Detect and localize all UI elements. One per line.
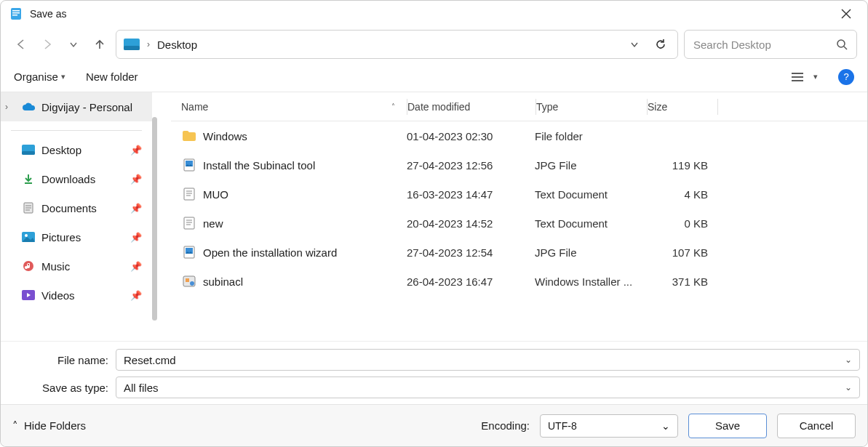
divider [11,130,142,131]
column-name[interactable]: Name˄ [181,101,407,113]
file-name: MUO [203,188,407,201]
file-type: File folder [535,130,645,142]
forward-button[interactable] [37,34,57,55]
view-mode-button[interactable] [790,71,805,83]
address-bar[interactable]: › Desktop [116,30,678,59]
desktop-icon [21,145,36,155]
refresh-button[interactable] [651,38,670,51]
search-icon [836,39,848,50]
file-size: 119 KB [645,159,715,172]
chevron-down-icon[interactable]: ⌄ [661,420,670,432]
encoding-value: UTF-8 [548,420,661,432]
chevron-down-icon[interactable]: ⌄ [845,355,852,365]
music-icon [21,260,36,272]
up-button[interactable] [89,34,110,55]
address-dropdown[interactable] [625,39,644,49]
recent-dropdown[interactable] [63,34,84,55]
breadcrumb-location: Desktop [157,39,618,51]
file-size: 0 KB [645,217,715,230]
sidebar-item-label: Desktop [41,144,81,156]
svg-rect-37 [186,278,189,282]
new-folder-label: New folder [86,71,138,83]
file-date: 27-04-2023 12:56 [407,159,535,172]
back-button[interactable] [11,34,31,55]
encoding-select[interactable]: UTF-8 ⌄ [540,414,678,438]
svg-rect-3 [12,15,17,16]
sidebar-item-music[interactable]: Music 📌 [1,251,152,281]
sidebar-item-label: Documents [41,202,97,214]
svg-rect-30 [184,217,194,229]
column-size[interactable]: Size [648,101,717,113]
help-button[interactable]: ? [838,69,854,85]
notepad-icon [9,7,23,20]
column-date[interactable]: Date modified [407,101,535,113]
sidebar-item-desktop[interactable]: Desktop 📌 [1,135,152,164]
file-icon [181,188,197,201]
svg-rect-7 [124,46,140,50]
file-row[interactable]: Windows01-04-2023 02:30File folder [171,121,867,150]
close-button[interactable] [834,4,859,23]
file-name: Install the Subinacl tool [203,159,407,172]
search-box[interactable] [684,30,857,59]
save-button[interactable]: Save [688,414,767,438]
file-type: Text Document [535,188,645,201]
savetype-label: Save as type: [8,382,116,394]
sort-caret-icon: ˄ [391,102,395,110]
svg-rect-26 [184,188,194,200]
savetype-value: All files [124,382,845,394]
file-row[interactable]: MUO16-03-2023 14:47Text Document4 KB [171,180,867,209]
svg-point-38 [190,281,194,286]
column-type[interactable]: Type [536,101,647,113]
pin-icon: 📌 [130,174,142,185]
scrollbar[interactable] [152,117,157,321]
sidebar-item-label: Downloads [41,173,95,185]
chevron-right-icon: › [5,102,15,112]
file-row[interactable]: subinacl26-04-2023 16:47Windows Installe… [171,267,867,296]
file-row[interactable]: Open the installation wizard27-04-2023 1… [171,238,867,267]
svg-rect-2 [12,12,20,14]
sidebar-item-label: Videos [41,289,75,302]
save-form: File name: Reset.cmd ⌄ Save as type: All… [1,341,867,404]
file-name: subinacl [203,275,407,288]
pin-icon: 📌 [130,232,142,243]
file-list-area: Name˄ Date modified Type Size Windows01-… [152,92,867,341]
sidebar-item-downloads[interactable]: Downloads 📌 [1,164,152,193]
sidebar-item-documents[interactable]: Documents 📌 [1,193,152,222]
dialog-footer: ˄ Hide Folders Encoding: UTF-8 ⌄ Save Ca… [1,404,867,446]
sidebar-item-videos[interactable]: Videos 📌 [1,281,152,310]
file-icon [181,158,197,172]
file-date: 20-04-2023 14:52 [407,217,535,230]
chevron-down-icon[interactable]: ⌄ [845,382,852,392]
svg-rect-14 [22,151,35,155]
file-icon [181,275,197,287]
organise-menu[interactable]: Organise ▾ [14,71,65,83]
chevron-right-icon: › [147,39,150,49]
encoding-label: Encoding: [481,419,530,432]
file-date: 01-04-2023 02:30 [407,130,535,142]
filename-input[interactable]: Reset.cmd ⌄ [116,349,860,371]
file-type: JPG File [535,159,645,172]
file-size: 371 KB [645,275,715,288]
file-rows: Windows01-04-2023 02:30File folderInstal… [171,121,867,341]
savetype-select[interactable]: All files ⌄ [116,376,860,398]
chevron-up-icon: ˄ [12,419,18,432]
file-row[interactable]: new20-04-2023 14:52Text Document0 KB [171,209,867,238]
sidebar-item-pictures[interactable]: Pictures 📌 [1,222,152,251]
svg-point-8 [837,40,845,47]
svg-rect-1 [12,10,20,12]
filename-value: Reset.cmd [124,354,845,366]
sidebar-item-label: Digvijay - Personal [41,101,132,113]
view-dropdown[interactable]: ▾ [813,72,818,81]
search-input[interactable] [693,39,836,51]
file-size: 107 KB [645,246,715,259]
cancel-button[interactable]: Cancel [777,414,856,438]
svg-rect-0 [11,8,21,20]
hide-folders-button[interactable]: ˄ Hide Folders [12,419,86,432]
cloud-icon [21,102,36,112]
command-bar: Organise ▾ New folder ▾ ? [1,62,867,92]
file-row[interactable]: Install the Subinacl tool27-04-2023 12:5… [171,150,867,180]
file-name: Open the installation wizard [203,246,407,259]
file-icon [181,130,197,142]
new-folder-button[interactable]: New folder [86,71,138,83]
sidebar-item-onedrive[interactable]: › Digvijay - Personal [1,92,152,121]
